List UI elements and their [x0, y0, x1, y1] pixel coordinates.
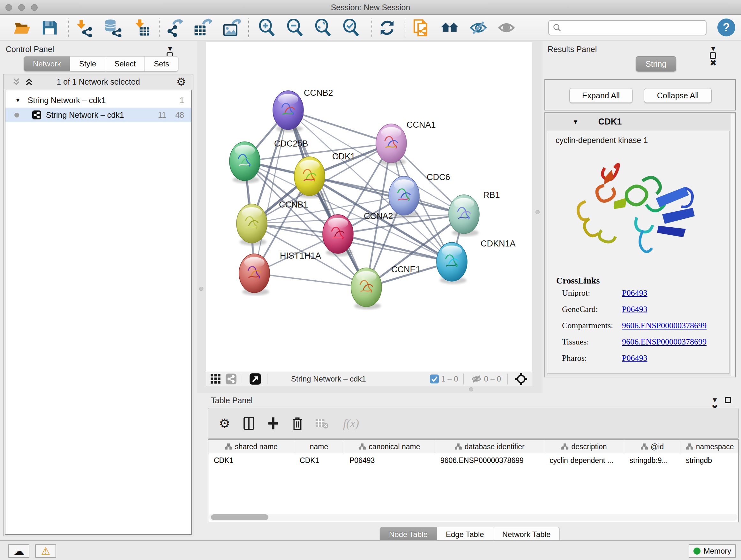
panel-float-icon[interactable] — [710, 52, 716, 59]
collapse-all-button[interactable]: Collapse All — [644, 88, 712, 103]
right-splitter-handle[interactable] — [536, 210, 540, 214]
table-cell[interactable]: CDK1 — [294, 454, 344, 467]
import-network-file-icon[interactable] — [75, 18, 94, 38]
panel-menu-icon[interactable]: ▼ — [166, 45, 174, 52]
node-CDKN1A[interactable]: CDKN1A — [436, 239, 516, 284]
crosslink-link[interactable]: P06493 — [622, 305, 647, 314]
table-cell[interactable]: 9606.ENSP00000378699 — [435, 454, 544, 467]
network-collection-row[interactable]: ▼ String Network – cdk1 1 — [5, 93, 191, 108]
crosslink-link[interactable]: 9606.ENSP00000378699 — [622, 337, 706, 347]
node-CDC6[interactable]: CDC6 — [389, 172, 450, 218]
tab-edge-table[interactable]: Edge Table — [437, 527, 493, 542]
zoom-fit-icon[interactable] — [313, 18, 333, 38]
table-cell[interactable]: CDK1 — [208, 454, 294, 467]
left-splitter-handle[interactable] — [199, 287, 203, 291]
gene-entry-header[interactable]: ▼ CDK1 — [546, 114, 731, 130]
export-table-icon[interactable] — [193, 18, 212, 38]
network-options-gear-icon[interactable]: ⚙ — [177, 76, 186, 87]
node-CDK1[interactable]: CDK1 — [294, 152, 355, 198]
import-table-file-icon[interactable] — [131, 18, 151, 38]
delete-column-trash-icon[interactable] — [290, 416, 305, 431]
save-session-icon[interactable] — [40, 18, 59, 38]
column-header-name[interactable]: name — [294, 440, 344, 453]
column-header-database-identifier[interactable]: database identifier — [435, 440, 544, 453]
selected-checkbox-icon[interactable] — [429, 374, 439, 384]
node-CCNE1[interactable]: CCNE1 — [351, 265, 421, 309]
tab-network[interactable]: Network — [23, 56, 70, 71]
node-HIST1H1A[interactable]: HIST1H1A — [239, 251, 321, 295]
column-header-label: database identifier — [465, 442, 525, 451]
collection-expand-icon[interactable]: ▼ — [15, 98, 21, 103]
clipboard-network-icon[interactable] — [411, 18, 431, 38]
table-row[interactable]: CDK1CDK1P064939606.ENSP00000378699cyclin… — [208, 454, 739, 467]
tab-select[interactable]: Select — [105, 56, 145, 71]
expand-all-button[interactable]: Expand All — [569, 88, 632, 103]
network-edge-count: 48 — [175, 111, 184, 120]
column-header-canonical-name[interactable]: canonical name — [344, 440, 435, 453]
grid-view-icon[interactable] — [210, 373, 221, 385]
edge-CCNB2-CCNA1[interactable] — [288, 110, 391, 143]
column-header--id[interactable]: @id — [624, 440, 681, 453]
tab-sets[interactable]: Sets — [145, 56, 179, 71]
export-image-icon[interactable] — [221, 18, 241, 38]
network-view-share-icon[interactable] — [225, 373, 237, 385]
node-RB1[interactable]: RB1 — [449, 190, 500, 236]
tab-node-table[interactable]: Node Table — [380, 527, 437, 542]
birdseye-view-icon[interactable] — [249, 373, 261, 385]
column-header-namespace[interactable]: namespace — [680, 440, 739, 453]
crosslink-link[interactable]: 9606.ENSP00000378699 — [622, 321, 706, 330]
tab-string[interactable]: String — [636, 56, 676, 71]
cloud-button[interactable]: ☁ — [8, 544, 29, 558]
edge-HIST1H1A-CCNE1[interactable] — [254, 273, 366, 287]
control-panel-tabs: Network Style Select Sets — [23, 56, 179, 71]
export-network-icon[interactable] — [165, 18, 185, 38]
column-header-description[interactable]: description — [544, 440, 624, 453]
fit-content-crosshair-icon[interactable] — [515, 373, 528, 385]
style-home-icon[interactable] — [440, 18, 460, 38]
shared-column-icon — [561, 443, 569, 450]
results-scrollbar[interactable] — [730, 114, 735, 376]
zoom-out-icon[interactable] — [285, 18, 305, 38]
memory-button[interactable]: Memory — [689, 544, 736, 558]
search-input[interactable] — [562, 23, 699, 32]
open-session-icon[interactable] — [12, 18, 32, 38]
warning-button[interactable]: ⚠ — [35, 544, 56, 558]
close-window-light[interactable] — [5, 4, 12, 11]
help-button[interactable]: ? — [718, 18, 735, 37]
table-cell[interactable]: stringdb — [680, 454, 739, 467]
table-cell[interactable]: cyclin-dependent ... — [544, 454, 624, 467]
column-header-shared-name[interactable]: shared name — [208, 440, 294, 453]
table-options-gear-icon[interactable]: ⚙ — [217, 416, 232, 431]
create-column-icon[interactable] — [266, 416, 281, 431]
entry-collapse-icon[interactable]: ▼ — [572, 119, 579, 125]
crosslink-link[interactable]: P06493 — [622, 288, 647, 298]
zoom-window-light[interactable] — [31, 4, 38, 11]
table-cell[interactable]: P06493 — [344, 454, 435, 467]
crosslink-link[interactable]: P06493 — [622, 354, 647, 363]
panel-menu-icon[interactable]: ▼ — [711, 396, 718, 403]
table-cell[interactable]: stringdb:9... — [624, 454, 681, 467]
node-CCNB2[interactable]: CCNB2 — [273, 88, 333, 132]
zoom-selected-icon[interactable] — [341, 18, 361, 38]
tab-network-table[interactable]: Network Table — [493, 527, 560, 542]
network-canvas[interactable]: CCNB2CCNA1CDC25BCDK1CDC6RB1CCNB1CCNA2CDK… — [206, 42, 532, 372]
edge-CCNB2-CCNE1[interactable] — [288, 110, 366, 287]
import-network-database-icon[interactable] — [103, 18, 123, 38]
table-horizontal-scrollbar[interactable] — [209, 514, 738, 521]
show-panel-icon[interactable] — [496, 18, 516, 38]
search-icon — [553, 23, 562, 32]
panel-float-icon[interactable] — [725, 397, 731, 403]
show-columns-icon[interactable] — [241, 416, 257, 431]
hidden-eye-slash-icon[interactable] — [471, 373, 482, 385]
panel-menu-icon[interactable]: ▼ — [710, 45, 717, 52]
network-row[interactable]: String Network – cdk1 11 48 — [5, 108, 191, 122]
node-CCNA1[interactable]: CCNA1 — [376, 120, 436, 165]
hide-panels-icon[interactable] — [468, 18, 488, 38]
panel-close-icon[interactable]: ✖ — [710, 59, 717, 67]
zoom-in-icon[interactable] — [257, 18, 277, 38]
bottom-splitter-handle[interactable] — [469, 387, 473, 391]
minimize-window-light[interactable] — [18, 4, 25, 11]
refresh-view-icon[interactable] — [377, 18, 397, 38]
tab-style[interactable]: Style — [70, 56, 105, 71]
network-tree: ▼ String Network – cdk1 1 String Network… — [5, 90, 192, 535]
